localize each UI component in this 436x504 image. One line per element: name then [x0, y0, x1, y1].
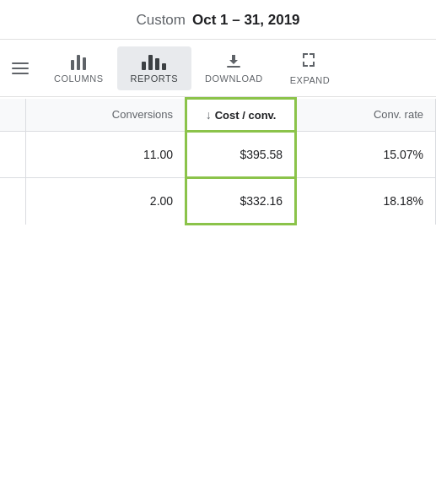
header: Custom Oct 1 – 31, 2019 [0, 0, 436, 40]
columns-icon [71, 53, 86, 70]
svg-rect-0 [227, 66, 240, 68]
table-header-row: Conversions ↓ Cost / conv. Conv. rate [0, 99, 436, 132]
row2-conv-rate: 18.18% [296, 178, 436, 225]
toolbar-item-expand[interactable]: EXPAND [277, 45, 343, 92]
row2-cost-conv: $332.16 [186, 178, 296, 225]
row1-conversions: 11.00 [25, 132, 186, 178]
custom-label: Custom [136, 12, 186, 29]
col-header-cost-conv[interactable]: ↓ Cost / conv. [186, 99, 296, 132]
row2-label [0, 178, 25, 225]
download-icon [226, 53, 241, 70]
hamburger-icon [12, 62, 29, 74]
reports-icon [142, 53, 166, 70]
table-row: 2.00 $332.16 18.18% [0, 178, 436, 225]
col-header-label [0, 99, 25, 132]
col-header-conversions[interactable]: Conversions [25, 99, 186, 132]
table-row: 11.00 $395.58 15.07% [0, 132, 436, 178]
col-header-conv-rate[interactable]: Conv. rate [296, 99, 436, 132]
toolbar-item-columns[interactable]: COLUMNS [40, 46, 117, 90]
expand-label: EXPAND [290, 75, 330, 85]
sort-arrow-icon: ↓ [206, 108, 212, 122]
row1-conv-rate: 15.07% [296, 132, 436, 178]
toolbar-item-reports[interactable]: REPORTS [117, 46, 191, 90]
toolbar: COLUMNS REPORTS DOWNLOAD EXPAND [0, 40, 436, 97]
row1-label [0, 132, 25, 178]
row2-conversions: 2.00 [25, 178, 186, 225]
data-table: Conversions ↓ Cost / conv. Conv. rate [0, 97, 436, 225]
row1-cost-conv: $395.58 [186, 132, 296, 178]
download-label: DOWNLOAD [205, 73, 263, 84]
expand-icon [301, 51, 318, 72]
columns-label: COLUMNS [54, 73, 104, 84]
cost-conv-header-content: ↓ Cost / conv. [199, 108, 283, 122]
reports-label: REPORTS [131, 73, 178, 84]
toolbar-item-download[interactable]: DOWNLOAD [191, 46, 277, 90]
toolbar-menu[interactable] [0, 56, 40, 81]
date-range: Oct 1 – 31, 2019 [192, 12, 300, 29]
